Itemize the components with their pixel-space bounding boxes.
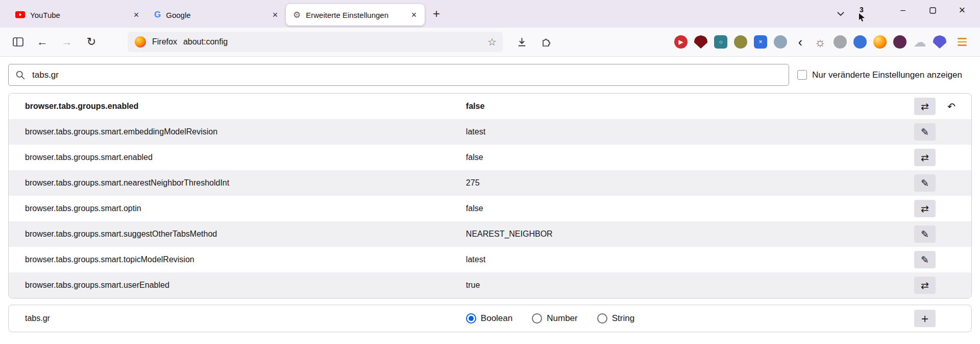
reset-button[interactable]: ↶ xyxy=(941,98,962,115)
pref-row: browser.tabs.groups.smart.topicModelRevi… xyxy=(9,247,971,272)
add-pref-row: tabs.gr Boolean Number String + xyxy=(9,305,971,332)
edit-button[interactable]: ✎ xyxy=(914,251,936,268)
sidebar-toggle-button[interactable] xyxy=(7,32,29,52)
cloud-extension-icon[interactable]: ☁ xyxy=(913,35,926,49)
close-button[interactable]: × xyxy=(947,0,977,20)
about-config-page: Nur veränderte Einstellungen anzeigen br… xyxy=(0,57,980,332)
sun-settings-extension-icon[interactable]: ☼ xyxy=(814,35,827,49)
type-option-string[interactable]: String xyxy=(597,313,634,324)
radio-number[interactable] xyxy=(532,313,542,324)
minimize-button[interactable]: – xyxy=(888,0,918,20)
cursor-badge-count: 3 xyxy=(860,6,864,13)
ublock-origin-shield-icon[interactable] xyxy=(694,35,707,49)
tab-close-icon[interactable]: × xyxy=(268,8,282,21)
pref-row: browser.tabs.groups.smart.embeddingModel… xyxy=(9,119,971,145)
pref-row: browser.tabs.groups.smart.suggestOtherTa… xyxy=(9,221,971,247)
tab-about-config[interactable]: ⚙ Erweiterte Einstellungen × xyxy=(286,4,425,26)
firefox-logo-icon xyxy=(135,36,146,48)
edit-button[interactable]: ✎ xyxy=(914,225,936,243)
show-modified-only-label: Nur veränderte Einstellungen anzeigen xyxy=(812,70,962,80)
toggle-button[interactable]: ⇄ xyxy=(914,200,936,217)
chevron-down-icon xyxy=(837,12,844,16)
toggle-icon: ⇄ xyxy=(921,280,929,291)
search-input[interactable] xyxy=(8,64,789,86)
purple-shield-extension-icon[interactable] xyxy=(933,35,946,49)
pref-row: browser.tabs.groups.smart.userEnabled tr… xyxy=(9,272,971,298)
tab-google[interactable]: G Google × xyxy=(147,4,286,26)
list-all-tabs-button[interactable] xyxy=(831,4,850,24)
tab-title: YouTube xyxy=(30,11,125,19)
extension-icons: ▶○×‹☼☁ xyxy=(674,35,946,49)
edit-button[interactable]: ✎ xyxy=(914,123,936,141)
toggle-button[interactable]: ⇄ xyxy=(914,98,936,115)
app-menu-button[interactable] xyxy=(951,32,973,52)
pref-type-radios: Boolean Number String xyxy=(466,313,914,324)
url-bar[interactable]: Firefox about:config ☆ xyxy=(128,32,503,52)
blue-wave-extension-icon[interactable] xyxy=(853,35,867,49)
downloads-button[interactable] xyxy=(511,32,532,52)
google-icon: G xyxy=(154,10,161,20)
maximize-icon xyxy=(929,7,936,14)
hamburger-icon xyxy=(958,38,967,39)
pref-name: browser.tabs.groups.smart.embeddingModel… xyxy=(9,127,466,136)
tab-bar: YouTube × G Google × ⚙ Erweiterte Einste… xyxy=(0,0,980,28)
edit-button[interactable]: ✎ xyxy=(914,174,936,192)
tab-close-icon[interactable]: × xyxy=(407,8,421,21)
muted-blue-extension-icon[interactable] xyxy=(774,35,787,49)
toggle-button[interactable]: ⇄ xyxy=(914,277,936,294)
pref-name: browser.tabs.groups.smart.nearestNeighbo… xyxy=(9,178,466,188)
video-downloader-icon[interactable]: ▶ xyxy=(674,35,688,49)
pref-name: browser.tabs.groups.smart.suggestOtherTa… xyxy=(9,230,466,239)
maximize-button[interactable] xyxy=(918,0,947,20)
pref-row: browser.tabs.groups.smart.enabled false … xyxy=(9,145,971,170)
reload-button[interactable]: ↻ xyxy=(81,32,102,52)
chevron-left-extension-icon[interactable]: ‹ xyxy=(794,35,807,49)
bookmark-star-icon[interactable]: ☆ xyxy=(487,36,497,48)
pref-name: browser.tabs.groups.enabled xyxy=(9,102,466,111)
show-modified-only[interactable]: Nur veränderte Einstellungen anzeigen xyxy=(797,70,962,80)
pref-value: latest xyxy=(466,127,914,136)
shared-cursor-indicator: 3 xyxy=(850,6,873,21)
radio-string[interactable] xyxy=(597,313,607,324)
pencil-icon: ✎ xyxy=(921,126,929,137)
pref-value: false xyxy=(466,153,914,162)
toggle-icon: ⇄ xyxy=(921,101,929,112)
puzzle-icon xyxy=(541,37,551,47)
add-pref-panel: tabs.gr Boolean Number String + xyxy=(8,305,972,332)
back-button[interactable]: ← xyxy=(32,32,53,52)
reload-icon: ↻ xyxy=(87,35,96,49)
pencil-icon: ✎ xyxy=(921,228,929,240)
tab-title: Erweiterte Einstellungen xyxy=(306,11,402,19)
olive-ball-extension-icon[interactable] xyxy=(734,35,747,49)
dice-extension-icon[interactable]: × xyxy=(754,35,767,49)
prefs-table: browser.tabs.groups.enabled false ⇄ ↶ br… xyxy=(8,93,972,299)
firefox-globe-icon[interactable] xyxy=(873,35,887,49)
add-pref-button[interactable]: + xyxy=(914,310,936,327)
pref-row: browser.tabs.groups.smart.nearestNeighbo… xyxy=(9,170,971,196)
tab-youtube[interactable]: YouTube × xyxy=(8,4,147,26)
search-box xyxy=(8,64,789,86)
tab-title: Google xyxy=(166,11,263,19)
tab-close-icon[interactable]: × xyxy=(130,8,143,21)
pref-row: browser.tabs.groups.enabled false ⇄ ↶ xyxy=(9,94,971,119)
toggle-button[interactable]: ⇄ xyxy=(914,149,936,166)
pref-row: browser.tabs.groups.smart.optin false ⇄ xyxy=(9,196,971,221)
url-text: about:config xyxy=(183,37,228,47)
screenshot-tool-icon[interactable]: ○ xyxy=(714,35,727,49)
toggle-icon: ⇄ xyxy=(921,203,929,214)
pref-name: browser.tabs.groups.smart.userEnabled xyxy=(9,281,466,290)
type-option-boolean[interactable]: Boolean xyxy=(466,313,512,324)
maroon-extension-icon[interactable] xyxy=(893,35,906,49)
extensions-button[interactable] xyxy=(535,32,557,52)
type-option-number[interactable]: Number xyxy=(532,313,577,324)
radio-boolean[interactable] xyxy=(466,313,476,324)
show-modified-only-checkbox[interactable] xyxy=(797,70,807,80)
gray-blob-extension-icon[interactable] xyxy=(834,35,847,49)
cursor-icon xyxy=(859,13,865,21)
pref-value: 275 xyxy=(466,178,914,188)
new-tab-button[interactable]: + xyxy=(427,4,446,24)
search-icon xyxy=(15,70,26,80)
plus-icon: + xyxy=(921,313,929,324)
forward-button[interactable]: → xyxy=(56,32,78,52)
pref-name: browser.tabs.groups.smart.optin xyxy=(9,204,466,213)
